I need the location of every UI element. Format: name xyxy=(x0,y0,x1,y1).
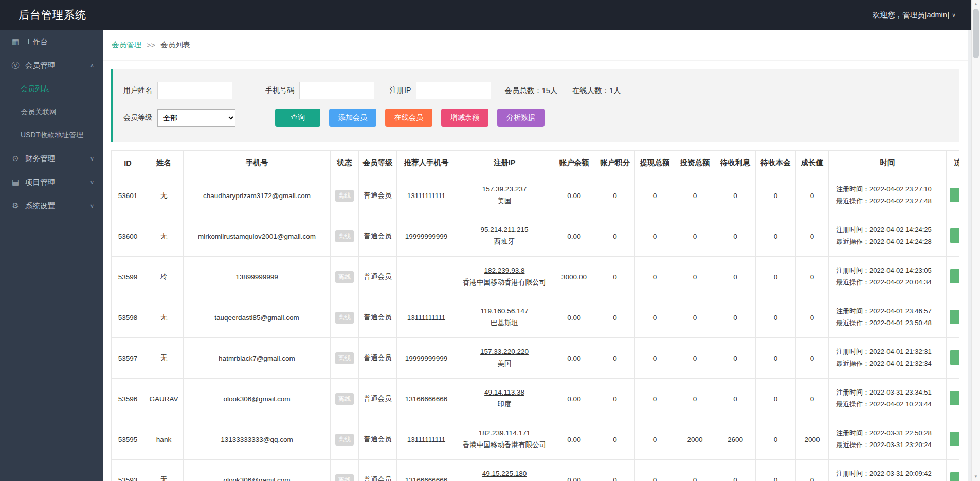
query-button[interactable]: 查询 xyxy=(275,109,320,127)
topbar: 后台管理系统 欢迎您，管理员[admin] ∨ xyxy=(0,0,971,30)
cell-invest: 0 xyxy=(675,297,715,338)
cell-interest: 0 xyxy=(715,297,756,338)
freeze-button[interactable] xyxy=(950,472,959,481)
scroll-down-icon[interactable]: ▼ xyxy=(972,473,980,481)
online-members-button[interactable]: 在线会员 xyxy=(385,109,432,127)
adjust-balance-button[interactable]: 增减余额 xyxy=(441,109,488,127)
cell-name: 无 xyxy=(144,175,184,216)
ip-address-link[interactable]: 157.33.220.220 xyxy=(458,348,551,355)
scroll-up-icon[interactable]: ▲ xyxy=(972,0,980,8)
freeze-button[interactable] xyxy=(950,228,959,243)
cell-time: 注册时间：2022-04-01 21:32:31 最近操作：2022-04-01… xyxy=(829,338,947,379)
member-stats: 会员总数：15人 在线人数：1人 xyxy=(504,86,621,96)
cell-growth: 0 xyxy=(796,257,829,297)
cell-invest: 0 xyxy=(675,257,715,297)
ip-region: 香港中国移动香港有限公司 xyxy=(458,440,551,450)
cell-balance: 0.00 xyxy=(553,419,595,460)
cell-referrer: 13166666666 xyxy=(397,460,456,481)
ip-region: 巴基斯坦 xyxy=(458,318,551,328)
member-table-wrap: ID 姓名 手机号 状态 会员等级 推荐人手机号 注册IP 账户余额 账户积分 … xyxy=(111,150,959,481)
register-time: 注册时间：2022-04-02 23:27:10 xyxy=(836,184,944,195)
vertical-scrollbar[interactable]: ▲ ▼ xyxy=(971,0,980,481)
sidebar-item-member-mgmt[interactable]: ⓥ 会员管理 ∧ xyxy=(0,54,103,77)
cell-name: GAURAV xyxy=(144,379,184,419)
member-level-select[interactable]: 全部 xyxy=(157,109,235,127)
sidebar: ▦ 工作台 ⓥ 会员管理 ∧ 会员列表 会员关联网 USDT收款地址管理 ⊙ 财… xyxy=(0,30,103,481)
freeze-button[interactable] xyxy=(950,188,959,202)
filter-panel: 用户姓名 手机号码 注册IP 会员总数：15人 在线人数：1人 会员等级 全部 xyxy=(111,69,959,142)
ip-address-link[interactable]: 157.39.23.237 xyxy=(458,185,551,193)
cell-interest: 0 xyxy=(715,338,756,379)
ip-address-link[interactable]: 95.214.211.215 xyxy=(458,226,551,234)
cell-name: 玲 xyxy=(144,257,184,297)
last-operation-time: 最近操作：2022-04-02 20:04:34 xyxy=(836,277,944,289)
cell-principal: 0 xyxy=(756,175,796,216)
cell-reg-ip: 157.39.23.237 美国 xyxy=(456,175,553,216)
cell-phone: tauqeerdasti85@gmail.com xyxy=(184,297,331,338)
breadcrumb-member-mgmt[interactable]: 会员管理 xyxy=(112,40,141,50)
sidebar-item-member-list[interactable]: 会员列表 xyxy=(0,77,103,100)
ip-address-link[interactable]: 119.160.56.147 xyxy=(458,307,551,315)
cell-withdraw: 0 xyxy=(635,175,675,216)
ip-address-link[interactable]: 182.239.93.8 xyxy=(458,266,551,274)
freeze-button[interactable] xyxy=(950,391,959,405)
cell-referrer: 13111111111 xyxy=(397,419,456,460)
last-operation-time: 最近操作：2022-04-02 14:24:28 xyxy=(836,236,944,248)
col-referrer: 推荐人手机号 xyxy=(397,151,456,175)
register-time: 注册时间：2022-04-02 14:23:05 xyxy=(836,265,944,277)
ip-address-link[interactable]: 182.239.114.171 xyxy=(458,429,551,437)
cell-balance: 0.00 xyxy=(553,460,595,481)
gear-icon: ⚙ xyxy=(10,201,21,210)
online-count-text: 在线人数：1人 xyxy=(572,86,621,96)
add-member-button[interactable]: 添加会员 xyxy=(329,109,376,127)
user-menu[interactable]: 欢迎您，管理员[admin] ∨ xyxy=(873,10,956,20)
freeze-button[interactable] xyxy=(950,432,959,446)
cell-growth: 0 xyxy=(796,297,829,338)
cell-points: 0 xyxy=(595,297,635,338)
cell-growth: 0 xyxy=(796,216,829,257)
cell-balance: 0.00 xyxy=(553,379,595,419)
reg-ip-input[interactable] xyxy=(416,82,491,99)
breadcrumb-separator: >> xyxy=(147,41,155,49)
ip-address-link[interactable]: 49.14.113.38 xyxy=(458,388,551,396)
sidebar-item-member-network[interactable]: 会员关联网 xyxy=(0,100,103,123)
ip-region: 西班牙 xyxy=(458,237,551,246)
sidebar-item-usdt-address[interactable]: USDT收款地址管理 xyxy=(0,123,103,147)
freeze-button[interactable] xyxy=(950,269,959,283)
sidebar-item-workbench[interactable]: ▦ 工作台 xyxy=(0,30,103,54)
table-row: 53596 GAURAV olook306@gmail.com 离线 普通会员 … xyxy=(112,379,960,419)
sidebar-item-project[interactable]: ▤ 项目管理 ∨ xyxy=(0,170,103,194)
scrollbar-thumb[interactable] xyxy=(973,9,979,58)
col-interest: 待收利息 xyxy=(715,151,756,175)
freeze-button[interactable] xyxy=(950,350,959,365)
analyze-data-button[interactable]: 分析数据 xyxy=(497,109,545,127)
cell-reg-ip: 182.239.93.8 香港中国移动香港有限公司 xyxy=(456,257,553,297)
table-row: 53593 无 olook306@gamil.com 离线 普通会员 13166… xyxy=(112,460,960,481)
register-time: 注册时间：2022-04-01 21:32:31 xyxy=(836,346,944,358)
sidebar-item-finance[interactable]: ⊙ 财务管理 ∨ xyxy=(0,147,103,170)
col-reg-ip: 注册IP xyxy=(456,151,553,175)
status-badge: 离线 xyxy=(335,434,354,446)
col-level: 会员等级 xyxy=(359,151,397,175)
table-row: 53599 玲 13899999999 离线 普通会员 182.239.93.8… xyxy=(112,257,960,297)
table-row: 53598 无 tauqeerdasti85@gmail.com 离线 普通会员… xyxy=(112,297,960,338)
status-badge: 离线 xyxy=(335,271,354,283)
col-freeze: 冻结 xyxy=(947,151,960,175)
cell-balance: 0.00 xyxy=(553,338,595,379)
cell-freeze xyxy=(947,175,960,216)
username-input[interactable] xyxy=(157,82,232,99)
phone-input[interactable] xyxy=(299,82,374,99)
cell-reg-ip: 119.160.56.147 巴基斯坦 xyxy=(456,297,553,338)
sidebar-item-settings[interactable]: ⚙ 系统设置 ∨ xyxy=(0,194,103,218)
status-badge: 离线 xyxy=(335,393,354,405)
cell-principal: 0 xyxy=(756,419,796,460)
freeze-button[interactable] xyxy=(950,310,959,324)
register-time: 注册时间：2022-03-31 20:09:42 xyxy=(836,468,944,480)
cell-phone: 13899999999 xyxy=(184,257,331,297)
cell-referrer: 19999999999 xyxy=(397,338,456,379)
col-points: 账户积分 xyxy=(595,151,635,175)
ip-address-link[interactable]: 49.15.225.180 xyxy=(458,470,551,477)
cell-freeze xyxy=(947,216,960,257)
chevron-down-icon: ∨ xyxy=(952,12,956,19)
cell-principal: 0 xyxy=(756,460,796,481)
